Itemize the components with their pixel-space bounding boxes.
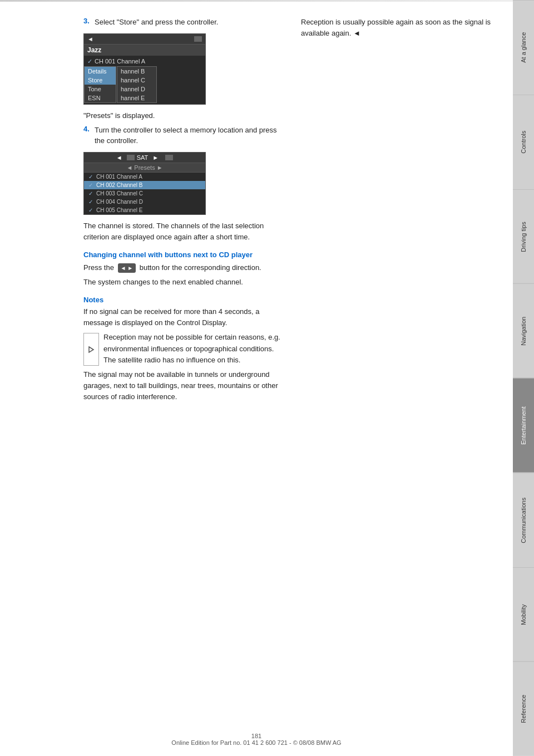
ch003-check: ✓ [88, 190, 94, 197]
sidebar-tab-at-a-glance[interactable]: At a glance [513, 0, 534, 95]
screen2-label: SAT [137, 154, 149, 161]
page-footer: 181 Online Edition for Part no. 01 41 2 … [0, 733, 513, 746]
sidebar-tab-navigation[interactable]: Navigation [513, 283, 534, 378]
stored-text: The channel is stored. The channels of t… [83, 220, 284, 243]
notes-heading: Notes [83, 296, 284, 304]
step3-text: Select "Store" and press the controller. [95, 17, 284, 28]
screen1-header: ◄ [84, 34, 205, 45]
screen1-flyout-c: hannel C [117, 76, 156, 85]
screen1-channel-line: ✓ CH 001 Channel A [84, 57, 205, 66]
sidebar-tab-entertainment[interactable]: Entertainment [513, 378, 534, 473]
screen2-channels: ✓ CH 001 Channel A ✓ CH 002 Channel B ✓ … [84, 173, 205, 214]
screen1-station: Jazz [84, 45, 205, 56]
screen2-nav-right: ► [152, 154, 159, 161]
ch005-label: CH 005 Channel E [96, 207, 142, 213]
screen1-menu: ✓ CH 001 Channel A Details Store Tone ES… [84, 56, 205, 104]
notes-icon-text: Reception may not be possible for certai… [103, 332, 284, 365]
notes-text1: If no signal can be received for more th… [83, 306, 284, 328]
sidebar-tab-communications[interactable]: Communications [513, 473, 534, 567]
step4-text: Turn the controller to select a memory l… [95, 125, 284, 146]
ch002-label: CH 002 Channel B [96, 182, 142, 188]
main-content: 3. Select "Store" and press the controll… [0, 0, 513, 756]
screen2-ch001: ✓ CH 001 Channel A [84, 173, 205, 181]
svg-marker-0 [89, 347, 93, 352]
screen1-flyout-b: hannel B [117, 67, 156, 76]
ch003-label: CH 003 Channel C [96, 190, 143, 197]
screen2-presets: ◄ Presets ► [84, 163, 205, 173]
ch005-check: ✓ [88, 207, 94, 213]
sidebar-tab-driving-tips[interactable]: Driving tips [513, 189, 534, 284]
step3-number: 3. [83, 17, 95, 28]
screen1-menu-tone: Tone [85, 85, 116, 94]
sidebar-tab-mobility[interactable]: Mobility [513, 567, 534, 662]
step4-row: 4. Turn the controller to select a memor… [83, 125, 284, 146]
screen2-icon2 [165, 155, 173, 160]
sidebar: At a glance Controls Driving tips Naviga… [513, 0, 534, 756]
screen1-mockup: ◄ Jazz ✓ CH 001 Channel A Details Store … [83, 33, 206, 105]
screen2-ch002: ✓ CH 002 Channel B [84, 181, 205, 189]
screen2-ch004: ✓ CH 004 Channel D [84, 198, 205, 206]
ch004-check: ✓ [88, 199, 94, 205]
screen1-flyout-d: hannel D [117, 85, 156, 94]
page-number: 181 [0, 733, 513, 739]
step3-row: 3. Select "Store" and press the controll… [83, 17, 284, 28]
two-col-step3: 3. Select "Store" and press the controll… [83, 17, 502, 406]
ch001-label: CH 001 Channel A [96, 174, 142, 180]
screen2-mockup: ◄ SAT ► ◄ Presets ► ✓ CH 001 Channel A [83, 152, 206, 215]
right-col-symbol: ◄ [353, 29, 360, 37]
col-left-step3: 3. Select "Store" and press the controll… [83, 17, 284, 406]
direction-button: ◄ ► [118, 263, 136, 273]
col-right-step3: Reception is usually possible again as s… [301, 17, 502, 406]
screen1-flyout-e: hannel E [117, 94, 156, 102]
right-col-text: Reception is usually possible again as s… [301, 17, 502, 39]
screen2-icon [127, 155, 135, 160]
play-triangle-svg [87, 346, 95, 354]
note-play-icon [83, 333, 99, 365]
system-changes-text: The system changes to the next enabled c… [83, 277, 284, 288]
edition-text: Online Edition for Part no. 01 41 2 600 … [0, 739, 513, 746]
press-button-text: Press the ◄ ► button for the correspondi… [83, 262, 284, 273]
screen2-nav-left: ◄ [116, 154, 122, 161]
sidebar-tab-reference[interactable]: Reference [513, 661, 534, 756]
press-text: Press the [83, 263, 114, 272]
screen1-menu-esn: ESN [85, 94, 116, 102]
screen1-menu-store: Store [85, 76, 116, 85]
ch001-check: ✓ [88, 174, 94, 180]
button-direction-text: button for the corresponding direction. [140, 263, 261, 272]
ch002-check: ✓ [88, 182, 94, 188]
screen1-back-icon: ◄ [87, 36, 93, 42]
note-with-icon: Reception may not be possible for certai… [83, 332, 284, 365]
screen2-header: ◄ SAT ► [84, 153, 205, 163]
notes-text2: The signal may not be available in tunne… [83, 369, 284, 402]
sidebar-tab-controls[interactable]: Controls [513, 95, 534, 189]
screen1-menu-details: Details [85, 67, 116, 76]
presets-displayed-text: "Presets" is displayed. [83, 110, 284, 121]
screen2-ch005: ✓ CH 005 Channel E [84, 206, 205, 214]
changing-channel-heading: Changing channel with buttons next to CD… [83, 251, 284, 259]
step4-number: 4. [83, 125, 95, 146]
ch004-label: CH 004 Channel D [96, 199, 143, 205]
screen2-ch003: ✓ CH 003 Channel C [84, 189, 205, 198]
screen1-icon [194, 36, 202, 42]
right-col-reception-text: Reception is usually possible again as s… [301, 18, 491, 37]
